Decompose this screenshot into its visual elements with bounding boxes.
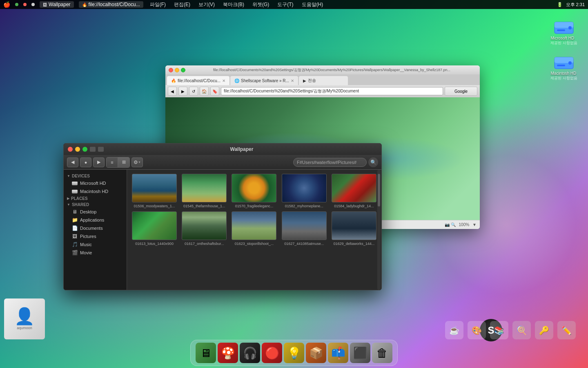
finder-scrollbar[interactable]: [377, 170, 381, 290]
dock-item-monitor[interactable]: 🖥: [196, 343, 216, 363]
browser-stop-btn[interactable]: 🏠: [200, 87, 209, 96]
desktop-item-book[interactable]: 📚: [490, 321, 508, 339]
menu-edit[interactable]: 편집(E): [172, 1, 192, 8]
dock-item-box[interactable]: 📫: [328, 343, 348, 363]
browser-home-btn[interactable]: 🔖: [210, 87, 219, 96]
browser-tab-2-close[interactable]: ✕: [291, 79, 294, 83]
browser-close-btn[interactable]: [169, 68, 173, 72]
image-thumb-6: [182, 211, 227, 240]
desktop-right-items: ☕ 🎨 📚 🍭 🔑 ✏️: [445, 321, 576, 339]
image-thumb-3: [282, 174, 327, 202]
finder-center-btn[interactable]: ●: [80, 157, 91, 167]
desktop-item-mug[interactable]: ☕: [445, 321, 463, 339]
chevron-down-icon: ▼: [138, 161, 141, 164]
image-item-7[interactable]: 01623_stoporillshoot_...: [231, 211, 277, 246]
image-item-3[interactable]: 01582_myhomeplane...: [281, 174, 327, 208]
sidebar-item-movie[interactable]: 🎬 Movie: [64, 249, 127, 257]
desktop-item-key[interactable]: 🔑: [535, 321, 553, 339]
image-item-2[interactable]: 01570_fragileeleganc...: [231, 174, 277, 208]
finder-search-btn[interactable]: 🔍: [368, 157, 378, 167]
dock-item-red[interactable]: 🔴: [262, 343, 282, 363]
sidebar-section-devices[interactable]: ▼ DEVICES: [64, 173, 127, 179]
dock-item-orange[interactable]: 📦: [306, 343, 326, 363]
browser-tab-2[interactable]: 🌐 Shellscape Software » R... ✕: [230, 76, 298, 85]
finder-fwd-btn[interactable]: ▶: [93, 157, 105, 167]
image-item-8[interactable]: 01627_441085atmuse...: [281, 211, 327, 246]
image-item-1[interactable]: 01545_thefarmhouse_1...: [181, 174, 227, 208]
browser-minimize-btn[interactable]: [175, 68, 179, 72]
dock-item-headphones[interactable]: 🎧: [240, 343, 260, 363]
sidebar-item-documents[interactable]: 📄 Documents: [64, 224, 127, 232]
svg-rect-7: [557, 65, 565, 66]
sidebar-section-shared[interactable]: ▼ SHARED: [64, 202, 127, 208]
browser-fwd-btn[interactable]: ▶: [178, 87, 187, 96]
menubar: 🍎 🖼 Wallpaper 🔥 file://localhost/C/Docu.…: [0, 0, 588, 9]
browser-tab-1-close[interactable]: ✕: [222, 79, 225, 83]
finder-action-btn[interactable]: ⚙ ▼: [131, 157, 143, 167]
sidebar-item-pictures[interactable]: 🖼 Pictures: [64, 232, 127, 240]
album-art[interactable]: 👤 aqumoon: [4, 298, 45, 339]
finder-maximize-btn[interactable]: [82, 147, 87, 152]
menu-file[interactable]: 파일(F): [148, 1, 167, 8]
sidebar-section-places[interactable]: ▶ PLACES: [64, 195, 127, 202]
browser-tab-3-label: 전송: [308, 78, 316, 83]
finder-minimize-btn[interactable]: [75, 147, 80, 152]
browser-tabs-bar: 🔥 file://localhost/C/Docu... ✕ 🌐 Shellsc…: [165, 74, 480, 85]
finder-list-view-btn[interactable]: ≡: [107, 157, 118, 167]
dock-item-mushroom[interactable]: 🍄: [218, 343, 238, 363]
wallpaper-window-indicator[interactable]: 🖼 Wallpaper: [40, 1, 74, 8]
macintosh-hd-small-icon: [72, 189, 78, 194]
desktop-item-candy[interactable]: 🍭: [512, 321, 531, 339]
menu-view[interactable]: 보기(V): [197, 1, 216, 8]
finder-scrollbar-thumb[interactable]: [378, 174, 380, 206]
sidebar-item-microsoft-hd[interactable]: Microsoft HD: [64, 179, 127, 187]
desktop-icon-microsoft-hd[interactable]: Microsoft HD 제공된 사항없음: [548, 16, 580, 48]
dock-item-bulb[interactable]: 💡: [284, 343, 304, 363]
sidebar-item-music[interactable]: 🎵 Music: [64, 240, 127, 249]
image-item-5[interactable]: 01613_lotus_1440x900: [131, 211, 178, 246]
browser-url-bar[interactable]: file://localhost/C/Documents%20and%20Set…: [221, 87, 443, 95]
browser-back-btn[interactable]: ◀: [168, 87, 177, 96]
menu-help[interactable]: 도움말(H): [300, 1, 325, 8]
browser-reload-btn[interactable]: ↺: [189, 87, 198, 96]
desktop-item-pencil[interactable]: ✏️: [557, 321, 576, 339]
macintosh-hd-icon-img: [554, 54, 574, 70]
browser-zoom-dropdown[interactable]: ▼: [472, 222, 477, 227]
sidebar-item-macintosh-hd[interactable]: Macintosh HD: [64, 187, 127, 195]
browser-zoom-level: 100%: [459, 222, 470, 227]
menu-bookmarks[interactable]: 북마크(B): [221, 1, 246, 8]
image-item-6[interactable]: 01617_ontheshaftsbur...: [181, 211, 227, 246]
browser-titlebar: file://localhost/C/Documents%20and%20Set…: [165, 65, 480, 74]
browser-search-bar[interactable]: Google: [445, 87, 477, 96]
dock-item-trash[interactable]: 🗑: [372, 343, 392, 363]
browser-title-path: file://localhost/C/Documents%20and%20Set…: [187, 67, 477, 73]
finder-close-btn[interactable]: [68, 147, 73, 152]
hd-icon-svg: [554, 19, 574, 35]
finder-win-btn-2[interactable]: [98, 147, 104, 152]
image-thumb-8: [282, 211, 327, 240]
finder-back-btn[interactable]: ◀: [67, 157, 78, 167]
browser-window-indicator[interactable]: 🔥 file://localhost/C/Docu...: [79, 1, 143, 8]
dock-item-bw[interactable]: ⬛: [350, 343, 370, 363]
image-item-9[interactable]: 01629_deltaworks_144...: [331, 211, 377, 246]
desktop-icon-macintosh-hd[interactable]: Macintosh HD 제공된 사항없음: [548, 52, 580, 83]
menu-tools[interactable]: 도구(T): [276, 1, 295, 8]
album-content: 👤 aqumoon: [14, 308, 35, 330]
image-thumb-0: [132, 174, 177, 202]
sidebar-item-desktop[interactable]: 🖥 Desktop: [64, 208, 127, 216]
documents-small-icon: 📄: [72, 225, 78, 231]
finder-win-btn-1[interactable]: [90, 147, 96, 152]
image-item-0[interactable]: 01506_moodywaters_1...: [131, 174, 178, 208]
image-thumb-7: [232, 211, 276, 240]
finder-search-input[interactable]: [293, 158, 367, 167]
menu-widget[interactable]: 위젯(G): [251, 1, 271, 8]
mac-hd-icon-svg: [554, 54, 574, 70]
apple-menu-icon[interactable]: 🍎: [3, 1, 10, 8]
browser-tab-1[interactable]: 🔥 file://localhost/C/Docu... ✕: [167, 76, 229, 85]
browser-maximize-btn[interactable]: [181, 68, 185, 72]
browser-tab-3[interactable]: ▶ 전송: [299, 76, 348, 85]
desktop-item-art[interactable]: 🎨: [468, 321, 486, 339]
image-item-4[interactable]: 01584_ladybughdr_14...: [331, 174, 377, 208]
finder-grid-view-btn[interactable]: ⊞: [118, 157, 129, 167]
sidebar-item-applications[interactable]: 📁 Applications: [64, 216, 127, 224]
